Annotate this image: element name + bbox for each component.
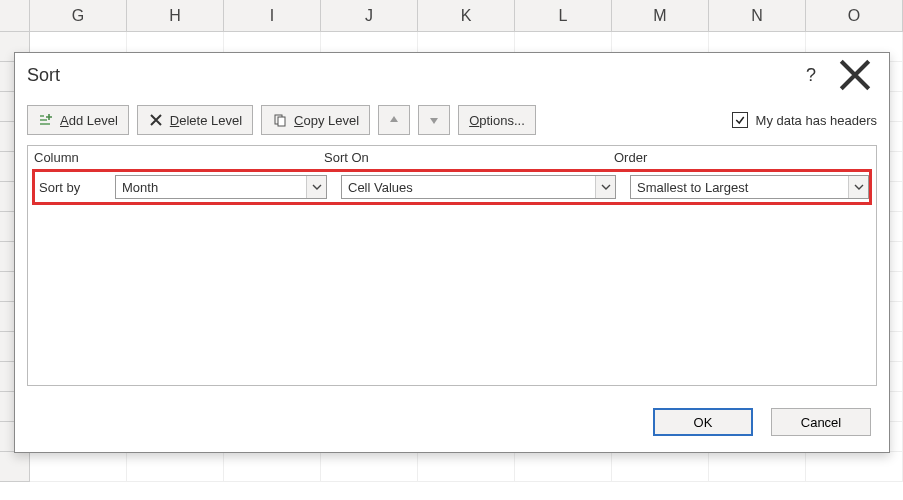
move-down-button[interactable] [418,105,450,135]
copy-level-button[interactable]: Copy Level [261,105,370,135]
col-header-sorton: Sort On [324,150,614,165]
col-header[interactable]: N [709,0,806,31]
add-level-button[interactable]: Add Level [27,105,129,135]
col-header[interactable]: G [30,0,127,31]
sort-grid-header: Column Sort On Order [28,146,876,169]
help-button[interactable]: ? [789,61,833,89]
headers-label-text: My data has headers [756,113,877,128]
col-header[interactable]: J [321,0,418,31]
delete-level-button[interactable]: Delete Level [137,105,253,135]
check-icon [734,114,746,126]
col-header[interactable]: K [418,0,515,31]
column-header-row: G H I J K L M N O [0,0,903,32]
copy-icon [272,112,288,128]
options-button[interactable]: Options... [458,105,536,135]
chevron-down-icon [306,176,326,198]
arrow-down-icon [426,112,442,128]
close-button[interactable] [833,61,877,89]
col-header[interactable]: L [515,0,612,31]
dialog-toolbar: Add Level Delete Level Copy Level Option… [15,95,889,145]
delete-level-label: Delete Level [170,113,242,128]
chevron-down-icon [848,176,868,198]
sort-grid-empty-area [32,209,872,381]
svg-rect-1 [278,117,285,126]
sort-by-label: Sort by [39,180,115,195]
close-icon [833,53,877,97]
dialog-titlebar: Sort ? [15,53,889,95]
copy-level-label: Copy Level [294,113,359,128]
sort-on-value: Cell Values [342,176,595,198]
ok-button[interactable]: OK [653,408,753,436]
dialog-title: Sort [27,65,789,86]
col-header[interactable]: M [612,0,709,31]
add-level-label: Add Level [60,113,118,128]
delete-icon [148,112,164,128]
move-up-button[interactable] [378,105,410,135]
col-header[interactable]: O [806,0,903,31]
sort-level-row: Sort by Month Cell Values Smallest to La… [35,173,869,201]
sort-column-value: Month [116,176,306,198]
col-header-column: Column [34,150,324,165]
sort-on-dropdown[interactable]: Cell Values [341,175,616,199]
question-icon: ? [806,65,816,86]
select-all-corner[interactable] [0,0,30,31]
cancel-button[interactable]: Cancel [771,408,871,436]
sort-row-highlight: Sort by Month Cell Values Smallest to La… [32,169,872,205]
col-header[interactable]: H [127,0,224,31]
sort-column-dropdown[interactable]: Month [115,175,327,199]
options-label: Options... [469,113,525,128]
sort-order-value: Smallest to Largest [631,176,848,198]
chevron-down-icon [595,176,615,198]
col-header[interactable]: I [224,0,321,31]
col-header-order: Order [614,150,870,165]
sort-order-dropdown[interactable]: Smallest to Largest [630,175,869,199]
add-level-icon [38,112,54,128]
arrow-up-icon [386,112,402,128]
sort-dialog: Sort ? Add Level Delete Level Copy Level [14,52,890,453]
dialog-footer: OK Cancel [15,398,889,452]
headers-checkbox[interactable] [732,112,748,128]
headers-checkbox-label[interactable]: My data has headers [732,112,877,128]
sort-levels-grid: Column Sort On Order Sort by Month Cell … [27,145,877,386]
